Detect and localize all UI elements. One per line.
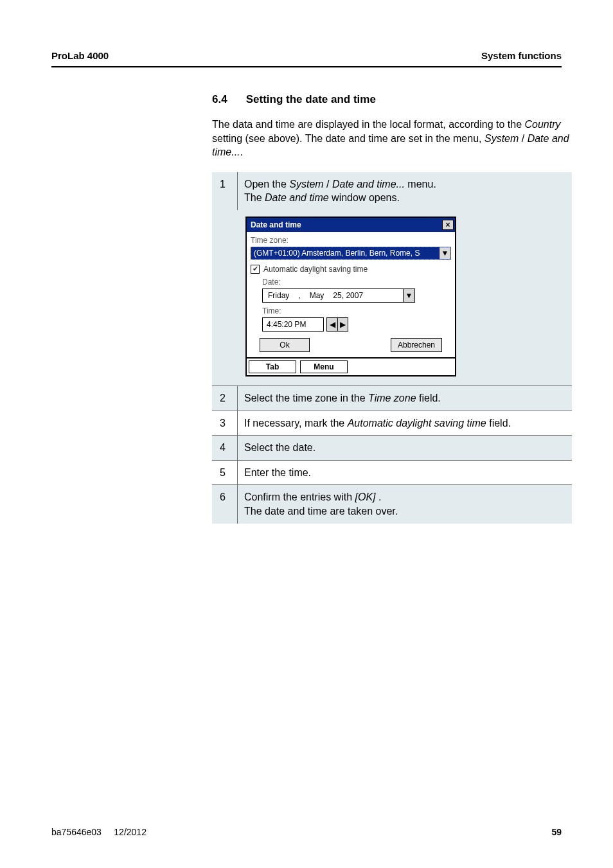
date-picker[interactable]: Friday , May 25, 2007 ▼ bbox=[262, 288, 415, 303]
arrow-right-icon[interactable]: ▶ bbox=[337, 318, 348, 331]
chevron-down-icon[interactable]: ▼ bbox=[439, 247, 450, 259]
section-title: Setting the date and time bbox=[246, 93, 376, 105]
section-heading: 6.4 Setting the date and time bbox=[212, 93, 572, 106]
close-icon[interactable]: × bbox=[442, 220, 454, 230]
date-month: May bbox=[310, 291, 324, 300]
step-1-text: Open the System / Date and time... menu.… bbox=[238, 172, 572, 210]
dst-label: Automatic daylight saving time bbox=[263, 265, 368, 274]
dialog-titlebar: Date and time × bbox=[247, 218, 455, 232]
header-rule bbox=[51, 66, 562, 67]
section-number: 6.4 bbox=[212, 93, 243, 106]
step-3: 3 If necessary, mark the Automatic dayli… bbox=[212, 411, 572, 436]
tab-button[interactable]: Tab bbox=[249, 360, 296, 373]
page-footer: ba75646e03 12/2012 59 bbox=[51, 827, 562, 837]
step-2-text: Select the time zone in the Time zone fi… bbox=[238, 386, 572, 411]
step-4-num: 4 bbox=[212, 436, 238, 460]
dialog-footer: Tab Menu bbox=[247, 357, 455, 375]
page-number: 59 bbox=[551, 827, 562, 837]
dialog-screenshot: Date and time × Time zone: (GMT+01:00) A… bbox=[212, 210, 572, 385]
date-rest: 25, 2007 bbox=[333, 291, 363, 300]
date-time-dialog: Date and time × Time zone: (GMT+01:00) A… bbox=[245, 217, 456, 376]
step-5-text: Enter the time. bbox=[238, 461, 572, 485]
dialog-title-text: Date and time bbox=[251, 220, 301, 229]
time-spinner[interactable]: ◀ ▶ bbox=[326, 317, 348, 332]
step-5-num: 5 bbox=[212, 461, 238, 485]
intro-paragraph: The data and time are displayed in the l… bbox=[212, 118, 572, 159]
dst-row[interactable]: ✔ Automatic daylight saving time bbox=[251, 265, 451, 274]
step-4: 4 Select the date. bbox=[212, 436, 572, 460]
step-5: 5 Enter the time. bbox=[212, 461, 572, 485]
menu-button[interactable]: Menu bbox=[300, 360, 348, 373]
step-4-text: Select the date. bbox=[238, 436, 572, 460]
step-3-text: If necessary, mark the Automatic dayligh… bbox=[238, 411, 572, 436]
step-6: 6 Confirm the entries with [OK] . The da… bbox=[212, 485, 572, 523]
header-left: ProLab 4000 bbox=[51, 50, 109, 61]
time-label: Time: bbox=[262, 306, 451, 315]
step-2: 2 Select the time zone in the Time zone … bbox=[212, 386, 572, 411]
date-sep: , bbox=[298, 291, 300, 300]
step-3-num: 3 bbox=[212, 411, 238, 436]
cancel-button[interactable]: Abbrechen bbox=[391, 338, 442, 352]
steps-table: 1 Open the System / Date and time... men… bbox=[212, 172, 572, 524]
timezone-select[interactable]: (GMT+01:00) Amsterdam, Berlin, Bern, Rom… bbox=[251, 247, 451, 260]
arrow-left-icon[interactable]: ◀ bbox=[327, 318, 337, 331]
dst-checkbox[interactable]: ✔ bbox=[251, 265, 260, 274]
step-6-num: 6 bbox=[212, 485, 238, 523]
footer-doc-id: ba75646e03 bbox=[51, 827, 102, 837]
chevron-down-icon[interactable]: ▼ bbox=[403, 289, 414, 302]
step-1: 1 Open the System / Date and time... men… bbox=[212, 172, 572, 210]
step-2-num: 2 bbox=[212, 386, 238, 411]
header-right: System functions bbox=[481, 50, 562, 61]
date-label: Date: bbox=[262, 278, 451, 287]
step-1-num: 1 bbox=[212, 172, 238, 210]
time-input[interactable]: 4:45:20 PM bbox=[262, 317, 324, 332]
date-weekday: Friday bbox=[268, 291, 289, 300]
step-6-text: Confirm the entries with [OK] . The date… bbox=[238, 485, 572, 523]
timezone-label: Time zone: bbox=[251, 236, 451, 245]
timezone-value: (GMT+01:00) Amsterdam, Berlin, Bern, Rom… bbox=[251, 247, 439, 259]
footer-date: 12/2012 bbox=[114, 827, 147, 837]
ok-button[interactable]: Ok bbox=[260, 338, 310, 352]
